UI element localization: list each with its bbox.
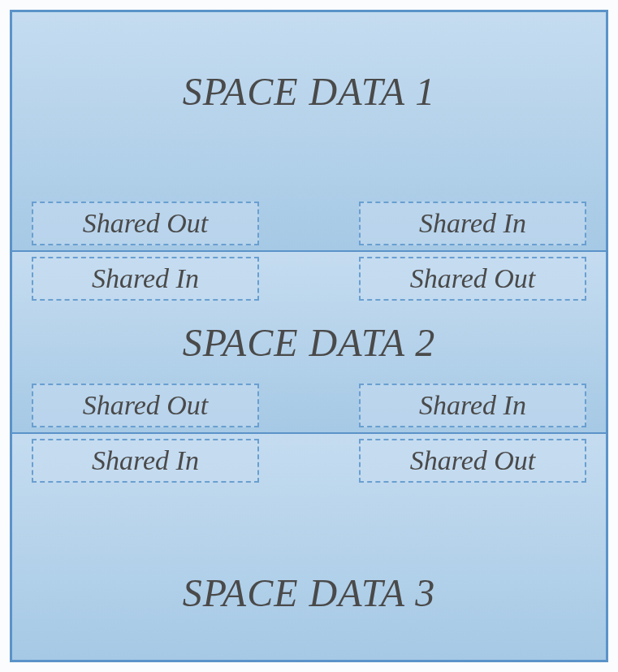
diagram-container: SPACE DATA 1 Shared Out Shared In Shared… bbox=[10, 10, 608, 662]
shared-in-box: Shared In bbox=[359, 384, 586, 427]
space-title-3: SPACE DATA 3 bbox=[183, 570, 436, 615]
shared-out-box: Shared Out bbox=[32, 384, 259, 427]
shared-out-box: Shared Out bbox=[32, 202, 259, 245]
shared-out-box: Shared Out bbox=[359, 439, 586, 483]
shared-in-box: Shared In bbox=[359, 202, 586, 245]
space-block-2: Shared In Shared Out SPACE DATA 2 Shared… bbox=[11, 251, 607, 434]
shared-row-2-bottom: Shared Out Shared In bbox=[12, 384, 606, 427]
shared-in-box: Shared In bbox=[32, 439, 259, 483]
shared-row-3-top: Shared In Shared Out bbox=[12, 439, 606, 483]
space-block-1: SPACE DATA 1 Shared Out Shared In bbox=[11, 11, 607, 251]
shared-in-box: Shared In bbox=[32, 257, 259, 301]
space-title-2: SPACE DATA 2 bbox=[183, 320, 436, 365]
space-title-1: SPACE DATA 1 bbox=[183, 69, 436, 114]
shared-row-2-top: Shared In Shared Out bbox=[12, 257, 606, 301]
space-block-3: Shared In Shared Out SPACE DATA 3 bbox=[11, 433, 607, 661]
shared-row-1-bottom: Shared Out Shared In bbox=[12, 202, 606, 245]
shared-out-box: Shared Out bbox=[359, 257, 586, 301]
